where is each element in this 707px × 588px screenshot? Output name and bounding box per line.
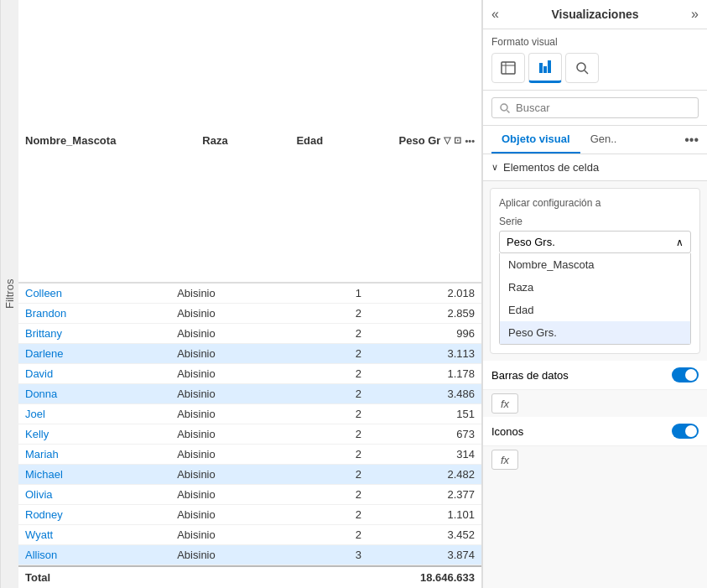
cell-edad: 2 <box>314 363 368 383</box>
viz-panel: « Visualizaciones » Formato visual <box>482 0 707 588</box>
chevron-right-icon[interactable]: » <box>691 7 699 22</box>
cell-edad: 3 <box>314 544 368 565</box>
svg-point-6 <box>577 63 585 71</box>
cell-edad: 2 <box>314 303 368 323</box>
tab-general[interactable]: Gen.. <box>580 126 627 154</box>
serie-value: Peso Grs. <box>507 236 555 248</box>
serie-dropdown[interactable]: Peso Grs. ∧ <box>499 231 691 253</box>
tabs-more-icon[interactable]: ••• <box>684 133 699 148</box>
table-row[interactable]: BrandonAbisinio22.859 <box>18 303 481 323</box>
table-row[interactable]: AllisonAbisinio33.874 <box>18 544 481 565</box>
table-view-icon-btn[interactable] <box>491 53 525 83</box>
table-row[interactable]: DonnaAbisinio23.486 <box>18 383 481 403</box>
col-header-edad: Edad <box>262 0 330 283</box>
formato-visual-section: Formato visual <box>483 29 707 91</box>
cell-peso: 2.018 <box>368 284 481 304</box>
chevron-up-icon: ∧ <box>676 237 684 248</box>
cell-edad: 2 <box>314 444 368 464</box>
cell-nombre: Darlene <box>18 343 170 363</box>
tabs-section: Objeto visual Gen.. ••• <box>483 126 707 154</box>
dropdown-item-nombre[interactable]: Nombre_Mascota <box>500 253 690 276</box>
chevron-left-icon[interactable]: « <box>491 7 499 22</box>
bar-chart-icon-btn[interactable] <box>528 53 562 83</box>
col-header-peso: Peso Gr ▽ ⊡ ••• <box>330 0 481 283</box>
table-row[interactable]: WyattAbisinio23.452 <box>18 524 481 544</box>
serie-label: Serie <box>499 216 691 227</box>
cell-peso: 3.874 <box>368 544 481 565</box>
cell-peso: 1.101 <box>368 504 481 524</box>
viz-panel-title: Visualizaciones <box>551 8 638 21</box>
cell-raza: Abisinio <box>170 383 314 403</box>
cell-raza: Abisinio <box>170 284 314 304</box>
chevron-down-icon: ∨ <box>491 162 498 173</box>
cell-raza: Abisinio <box>170 424 314 444</box>
col-header-raza: Raza <box>195 0 262 283</box>
table-footer: Total 18.646.633 <box>18 565 481 588</box>
cell-peso: 3.113 <box>368 343 481 363</box>
search-input[interactable] <box>516 101 691 114</box>
cell-raza: Abisinio <box>170 444 314 464</box>
col-header-nombre: Nombre_Mascota <box>18 0 195 283</box>
cell-peso: 2.482 <box>368 464 481 484</box>
config-title: Aplicar configuración a <box>499 197 691 209</box>
expand-icon[interactable]: ⊡ <box>454 135 461 146</box>
elementos-section: ∨ Elementos de celda <box>483 154 707 181</box>
formato-label: Formato visual <box>491 36 699 48</box>
cell-edad: 2 <box>314 403 368 424</box>
barras-datos-row: Barras de datos <box>483 361 707 390</box>
cell-edad: 1 <box>314 284 368 304</box>
cell-edad: 2 <box>314 524 368 544</box>
table-row[interactable]: BrittanyAbisinio2996 <box>18 323 481 343</box>
cell-peso: 1.178 <box>368 363 481 383</box>
cell-nombre: Brittany <box>18 323 170 343</box>
svg-line-9 <box>507 110 510 112</box>
cell-raza: Abisinio <box>170 544 314 565</box>
iconos-label: Iconos <box>491 425 523 438</box>
cell-nombre: Allison <box>18 544 170 565</box>
table-row[interactable]: KellyAbisinio2673 <box>18 424 481 444</box>
cell-raza: Abisinio <box>170 323 314 343</box>
table-row[interactable]: MariahAbisinio2314 <box>18 444 481 464</box>
filter-icon[interactable]: ▽ <box>444 135 450 146</box>
cell-peso: 3.452 <box>368 524 481 544</box>
cell-peso: 3.486 <box>368 383 481 403</box>
svg-rect-4 <box>543 66 547 73</box>
more-icon[interactable]: ••• <box>465 136 475 146</box>
iconos-toggle[interactable] <box>672 424 699 439</box>
elementos-label: Elementos de celda <box>503 161 599 174</box>
cell-nombre: Olivia <box>18 484 170 504</box>
table-row[interactable]: MichaelAbisinio22.482 <box>18 464 481 484</box>
barras-datos-label: Barras de datos <box>491 369 569 382</box>
table-panel: Filtros Nombre_Mascota Raza <box>0 0 482 588</box>
table-row[interactable]: OliviaAbisinio22.377 <box>18 484 481 504</box>
table-row[interactable]: RodneyAbisinio21.101 <box>18 504 481 524</box>
table-row[interactable]: ColleenAbisinio12.018 <box>18 284 481 304</box>
cell-raza: Abisinio <box>170 524 314 544</box>
cell-nombre: Donna <box>18 383 170 403</box>
dropdown-menu: Nombre_Mascota Raza Edad Peso Grs. <box>499 253 691 345</box>
filters-strip[interactable]: Filtros <box>0 0 18 588</box>
table-scroll-area[interactable]: ColleenAbisinio12.018BrandonAbisinio22.8… <box>18 284 481 566</box>
iconos-fx-btn[interactable]: fx <box>491 450 518 470</box>
cell-nombre: David <box>18 363 170 383</box>
barras-fx-btn[interactable]: fx <box>491 393 518 414</box>
table-row[interactable]: DavidAbisinio21.178 <box>18 363 481 383</box>
cell-peso: 2.377 <box>368 484 481 504</box>
tab-objeto-visual[interactable]: Objeto visual <box>491 126 580 154</box>
cell-nombre: Rodney <box>18 504 170 524</box>
dropdown-item-raza[interactable]: Raza <box>500 276 690 299</box>
cell-edad: 2 <box>314 323 368 343</box>
cell-raza: Abisinio <box>170 403 314 424</box>
search-viz-icon-btn[interactable] <box>565 53 599 83</box>
table-row[interactable]: JoelAbisinio2151 <box>18 403 481 424</box>
search-box[interactable] <box>491 97 699 118</box>
dropdown-item-peso[interactable]: Peso Grs. <box>500 321 690 344</box>
elementos-header[interactable]: ∨ Elementos de celda <box>491 161 699 174</box>
total-value: 18.646.633 <box>420 571 475 584</box>
dropdown-item-edad[interactable]: Edad <box>500 299 690 321</box>
table-row[interactable]: DarleneAbisinio23.113 <box>18 343 481 363</box>
barras-datos-toggle[interactable] <box>672 367 699 382</box>
cell-nombre: Michael <box>18 464 170 484</box>
cell-nombre: Joel <box>18 403 170 424</box>
data-table-body: ColleenAbisinio12.018BrandonAbisinio22.8… <box>18 284 481 566</box>
